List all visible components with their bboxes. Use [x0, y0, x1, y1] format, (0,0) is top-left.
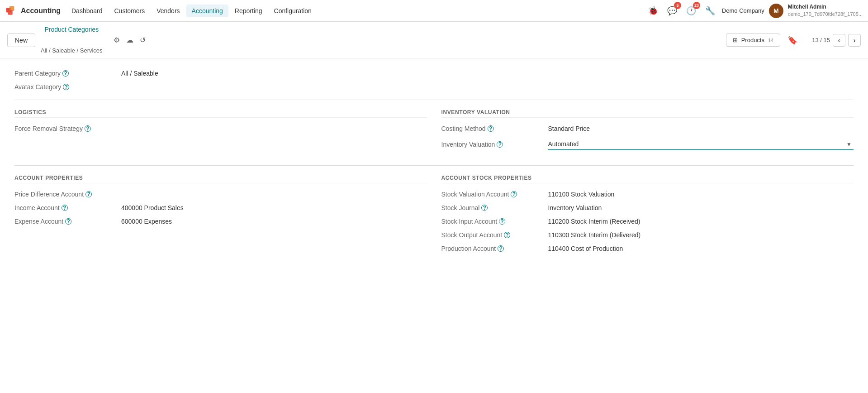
- accounts-columns: ACCOUNT PROPERTIES Price Difference Acco…: [14, 175, 854, 259]
- price-diff-help[interactable]: ?: [85, 191, 92, 197]
- income-row: Income Account ? 400000 Product Sales: [14, 204, 427, 211]
- company-info: Demo Company: [722, 7, 764, 14]
- inventory-valuation-select[interactable]: Automated Manual: [548, 139, 854, 150]
- app-name: Accounting: [21, 7, 61, 15]
- products-button[interactable]: ⊞ Products 14: [726, 34, 781, 47]
- expense-row: Expense Account ? 600000 Expenses: [14, 218, 427, 225]
- breadcrumb-path: All / Saleable / Services: [41, 47, 103, 55]
- price-diff-row: Price Difference Account ?: [14, 191, 427, 198]
- stock-output-help[interactable]: ?: [504, 232, 510, 238]
- expense-label: Expense Account ?: [14, 218, 114, 225]
- main-content: Parent Category ? All / Saleable Avatax …: [0, 59, 868, 269]
- stock-journal-row: Stock Journal ? Inventory Valuation: [441, 204, 854, 211]
- account-properties-title: ACCOUNT PROPERTIES: [14, 175, 427, 183]
- pager-label: 13 / 15: [812, 37, 830, 43]
- clock-icon-btn[interactable]: 🕐 23: [684, 4, 698, 18]
- force-removal-row: Force Removal Strategy ?: [14, 125, 427, 132]
- force-removal-label: Force Removal Strategy ?: [14, 125, 114, 132]
- stock-journal-label: Stock Journal ?: [441, 204, 541, 211]
- account-stock-properties-section: ACCOUNT STOCK PROPERTIES Stock Valuation…: [441, 175, 854, 259]
- main-menu: Dashboard Customers Vendors Accounting R…: [66, 5, 644, 17]
- upload-icon[interactable]: ☁: [124, 34, 135, 46]
- divider-accounts: [14, 165, 854, 166]
- stock-input-value: 110200 Stock Interim (Received): [548, 218, 854, 225]
- logistics-title: LOGISTICS: [14, 109, 427, 118]
- menu-vendors[interactable]: Vendors: [151, 5, 185, 17]
- inventory-valuation-title: INVENTORY VALUATION: [441, 109, 854, 118]
- force-removal-help[interactable]: ?: [85, 125, 91, 132]
- production-label: Production Account ?: [441, 245, 541, 252]
- logistics-section: LOGISTICS Force Removal Strategy ?: [14, 109, 427, 156]
- parent-category-help[interactable]: ?: [62, 70, 69, 77]
- company-name: Demo Company: [722, 7, 764, 14]
- menu-dashboard[interactable]: Dashboard: [66, 5, 108, 17]
- pager-prev[interactable]: ‹: [833, 34, 845, 47]
- production-help[interactable]: ?: [498, 245, 504, 252]
- menu-customers[interactable]: Customers: [109, 5, 151, 17]
- menu-accounting[interactable]: Accounting: [186, 5, 228, 17]
- income-label: Income Account ?: [14, 204, 114, 211]
- logistics-inventory-columns: LOGISTICS Force Removal Strategy ? INVEN…: [14, 109, 854, 156]
- costing-method-value: Standard Price: [548, 125, 854, 132]
- stock-input-label: Stock Input Account ?: [441, 218, 541, 225]
- parent-category-row: Parent Category ? All / Saleable: [14, 70, 854, 77]
- stock-output-row: Stock Output Account ? 110300 Stock Inte…: [441, 231, 854, 239]
- products-grid-icon: ⊞: [733, 37, 738, 43]
- income-help[interactable]: ?: [62, 205, 68, 211]
- svg-rect-2: [8, 10, 13, 15]
- breadcrumb: Product Categories All / Saleable / Serv…: [41, 25, 103, 55]
- costing-method-row: Costing Method ? Standard Price: [441, 125, 854, 132]
- parent-category-label: Parent Category ?: [14, 70, 114, 77]
- chat-icon-btn[interactable]: 💬 5: [665, 4, 679, 18]
- income-value: 400000 Product Sales: [121, 204, 427, 211]
- bug-icon-btn[interactable]: 🐞: [646, 4, 660, 18]
- stock-valuation-row: Stock Valuation Account ? 110100 Stock V…: [441, 191, 854, 198]
- pager: 13 / 15 ‹ ›: [812, 34, 861, 47]
- production-row: Production Account ? 110400 Cost of Prod…: [441, 245, 854, 252]
- menu-configuration[interactable]: Configuration: [269, 5, 317, 17]
- divider-logistics: [14, 100, 854, 100]
- stock-valuation-value: 110100 Stock Valuation: [548, 191, 854, 198]
- menu-reporting[interactable]: Reporting: [229, 5, 268, 17]
- inventory-valuation-row: Inventory Valuation ? Automated Manual ▼: [441, 139, 854, 150]
- bookmark-icon[interactable]: 🔖: [786, 34, 799, 47]
- actionbar: New Product Categories All / Saleable / …: [0, 22, 868, 59]
- costing-method-label: Costing Method ?: [441, 125, 541, 132]
- avatax-category-row: Avatax Category ?: [14, 83, 854, 91]
- refresh-icon[interactable]: ↺: [138, 34, 147, 46]
- inventory-valuation-section: INVENTORY VALUATION Costing Method ? Sta…: [441, 109, 854, 156]
- clock-badge: 23: [693, 2, 700, 9]
- new-button[interactable]: New: [7, 34, 35, 47]
- avatax-category-help[interactable]: ?: [63, 84, 69, 90]
- parent-category-value: All / Saleable: [121, 70, 854, 77]
- user-name: Mitchell Admin: [788, 3, 863, 11]
- stock-output-label: Stock Output Account ?: [441, 231, 541, 239]
- breadcrumb-title[interactable]: Product Categories: [44, 25, 99, 34]
- stock-input-help[interactable]: ?: [499, 218, 505, 225]
- production-value: 110400 Cost of Production: [548, 245, 854, 252]
- stock-valuation-help[interactable]: ?: [511, 191, 517, 197]
- user-sub: demo_170_7d970fde728f_1705...: [788, 11, 863, 18]
- stock-journal-value: Inventory Valuation: [548, 204, 854, 211]
- settings-icon[interactable]: ⚙: [112, 34, 122, 46]
- expense-help[interactable]: ?: [65, 218, 71, 225]
- top-nav: Accounting Dashboard Customers Vendors A…: [0, 0, 868, 22]
- wrench-icon-btn[interactable]: 🔧: [703, 4, 717, 18]
- account-stock-properties-title: ACCOUNT STOCK PROPERTIES: [441, 175, 854, 183]
- stock-input-row: Stock Input Account ? 110200 Stock Inter…: [441, 218, 854, 225]
- avatax-category-label: Avatax Category ?: [14, 83, 114, 91]
- expense-value: 600000 Expenses: [121, 218, 427, 225]
- price-diff-label: Price Difference Account ?: [14, 191, 114, 198]
- top-right-actions: 🐞 💬 5 🕐 23 🔧 Demo Company M Mitchell Adm…: [646, 3, 863, 18]
- stock-journal-help[interactable]: ?: [481, 205, 488, 211]
- inventory-valuation-help[interactable]: ?: [497, 141, 503, 148]
- inventory-valuation-select-wrapper: Automated Manual ▼: [548, 139, 854, 150]
- stock-output-value: 110300 Stock Interim (Delivered): [548, 231, 854, 239]
- chat-badge: 5: [674, 2, 681, 9]
- costing-method-help[interactable]: ?: [488, 125, 494, 132]
- pager-next[interactable]: ›: [848, 34, 861, 47]
- user-avatar[interactable]: M: [769, 4, 783, 18]
- app-logo[interactable]: Accounting: [5, 5, 61, 17]
- logo-icon: [5, 5, 18, 17]
- products-label: Products: [741, 37, 764, 43]
